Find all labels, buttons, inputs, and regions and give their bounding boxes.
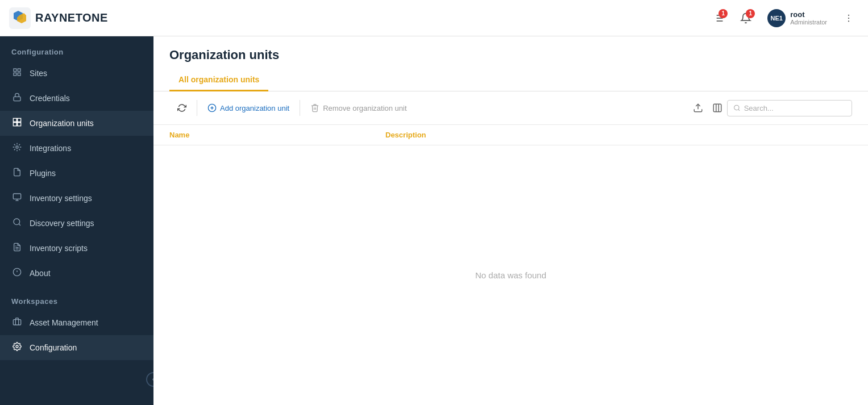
sidebar-item-label-integrations: Integrations (30, 144, 71, 153)
sites-icon (11, 68, 23, 79)
tasks-button[interactable]: 1 (708, 8, 729, 28)
svg-rect-14 (14, 97, 20, 101)
empty-state-message: No data was found (475, 270, 546, 280)
plugins-icon (11, 168, 23, 179)
content-area: Organization units All organization unit… (153, 36, 868, 405)
sidebar-item-configuration-workspace[interactable]: Configuration (0, 335, 153, 360)
svg-point-19 (16, 146, 18, 148)
sidebar-item-label-plugins: Plugins (30, 169, 56, 178)
svg-rect-18 (18, 123, 21, 126)
svg-line-24 (19, 224, 20, 226)
asset-management-icon (11, 317, 23, 328)
svg-point-8 (848, 17, 849, 18)
sidebar-item-about[interactable]: About (0, 261, 153, 286)
more-options-button[interactable] (838, 8, 859, 28)
sidebar-item-label-inventory-scripts: Inventory scripts (30, 244, 88, 253)
main-layout: Configuration Sites Credentials Organiza… (0, 36, 868, 405)
search-box[interactable] (727, 100, 852, 116)
user-role: Administrator (790, 19, 827, 26)
svg-rect-16 (18, 118, 21, 122)
divider-1 (197, 100, 197, 116)
sidebar-section-configuration: Configuration (0, 36, 153, 61)
inventory-settings-icon (11, 193, 23, 204)
notifications-button[interactable]: 1 (736, 8, 756, 28)
refresh-button[interactable] (169, 99, 194, 117)
sidebar-item-inventory-settings[interactable]: Inventory settings (0, 186, 153, 211)
sidebar-item-label-discovery-settings: Discovery settings (30, 219, 94, 228)
topbar-actions: 1 1 NE1 root Administrator (708, 7, 859, 30)
columns-button[interactable] (708, 98, 727, 118)
logo-area: RAYNETONE (9, 7, 708, 29)
logo-text: RAYNETONE (35, 11, 108, 24)
user-name-block: root Administrator (790, 10, 827, 26)
remove-org-unit-label: Remove organization unit (323, 104, 406, 112)
sidebar-item-org-units[interactable]: Organization units (0, 111, 153, 136)
column-header-name[interactable]: Name (169, 131, 385, 139)
page-header: Organization units All organization unit… (153, 36, 868, 91)
about-icon (11, 268, 23, 279)
table-body: No data was found (153, 145, 868, 405)
remove-org-unit-button[interactable]: Remove organization unit (302, 99, 414, 117)
search-icon (733, 104, 741, 112)
integrations-icon (11, 143, 23, 154)
tasks-badge: 1 (719, 9, 728, 18)
avatar: NE1 (767, 9, 786, 27)
toolbar: Add organization unit Remove organizatio… (153, 91, 868, 125)
search-input[interactable] (744, 104, 846, 112)
sidebar-item-label-about: About (30, 269, 51, 278)
page-title: Organization units (169, 48, 852, 62)
svg-rect-36 (713, 104, 721, 112)
svg-point-23 (14, 219, 20, 225)
svg-point-9 (848, 20, 849, 22)
sidebar-section-workspaces: Workspaces (0, 286, 153, 310)
sidebar-item-label-inventory-settings: Inventory settings (30, 194, 92, 203)
sidebar-item-label-org-units: Organization units (30, 119, 94, 128)
svg-rect-11 (18, 69, 20, 72)
svg-rect-15 (13, 118, 16, 122)
svg-line-40 (738, 109, 740, 110)
svg-point-7 (848, 14, 849, 15)
svg-point-39 (734, 105, 739, 110)
sidebar-item-label-asset-management: Asset Management (30, 318, 98, 327)
user-menu[interactable]: NE1 root Administrator (763, 7, 832, 30)
sidebar-collapse-button[interactable] (146, 372, 153, 387)
user-name: root (790, 10, 827, 19)
sidebar-item-integrations[interactable]: Integrations (0, 136, 153, 161)
svg-rect-10 (14, 69, 16, 72)
configuration-workspace-icon (11, 342, 23, 353)
table-header: Name Description (153, 125, 868, 145)
column-header-description[interactable]: Description (385, 131, 852, 139)
sidebar-item-label-configuration-workspace: Configuration (30, 343, 77, 352)
sidebar-item-asset-management[interactable]: Asset Management (0, 310, 153, 335)
discovery-settings-icon (11, 218, 23, 229)
svg-rect-13 (18, 73, 20, 76)
svg-rect-17 (13, 123, 16, 126)
sidebar-item-discovery-settings[interactable]: Discovery settings (0, 211, 153, 236)
sidebar-item-plugins[interactable]: Plugins (0, 161, 153, 186)
add-org-unit-label: Add organization unit (220, 104, 289, 112)
org-units-icon (11, 118, 23, 129)
svg-point-31 (16, 345, 18, 348)
tabs: All organization units (169, 69, 852, 91)
inventory-scripts-icon (11, 243, 23, 254)
sidebar-item-credentials[interactable]: Credentials (0, 86, 153, 111)
svg-rect-20 (13, 194, 20, 199)
sidebar-item-label-credentials: Credentials (30, 94, 70, 103)
add-org-unit-button[interactable]: Add organization unit (200, 99, 297, 117)
svg-rect-12 (14, 73, 16, 76)
sidebar: Configuration Sites Credentials Organiza… (0, 36, 153, 405)
sidebar-item-sites[interactable]: Sites (0, 61, 153, 86)
raynetone-logo (9, 7, 31, 29)
credentials-icon (11, 93, 23, 104)
sidebar-item-inventory-scripts[interactable]: Inventory scripts (0, 236, 153, 261)
topbar: RAYNETONE 1 1 NE1 root Administrator (0, 0, 868, 36)
sidebar-item-label-sites: Sites (30, 69, 47, 78)
export-button[interactable] (688, 98, 708, 118)
svg-rect-30 (13, 320, 20, 325)
notifications-badge: 1 (746, 9, 755, 18)
tab-all-org-units[interactable]: All organization units (169, 69, 268, 91)
divider-2 (300, 100, 300, 116)
